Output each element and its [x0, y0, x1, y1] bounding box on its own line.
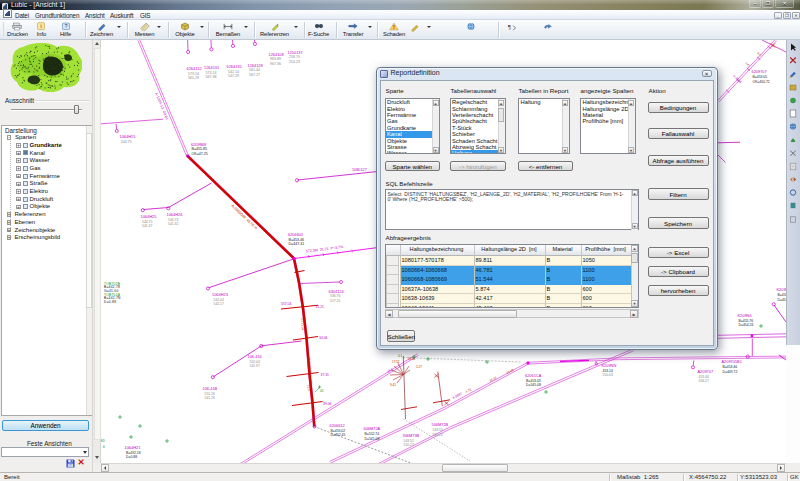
- svg-text:OK=450.72: OK=450.72: [753, 80, 770, 84]
- svg-text:OK=47.25: OK=47.25: [192, 152, 208, 156]
- svg-text:1064H23: 1064H23: [212, 292, 228, 297]
- svg-text:258.70: 258.70: [289, 55, 300, 59]
- svg-text:541.26: 541.26: [205, 396, 215, 400]
- svg-text:?: ?: [64, 23, 67, 29]
- svg-text:.6: .6: [102, 445, 105, 449]
- svg-text:106-41B: 106-41B: [203, 386, 218, 391]
- svg-text:D=452.45: D=452.45: [331, 433, 346, 437]
- svg-text:4.1: 4.1: [398, 354, 403, 358]
- svg-text:SD: SD: [101, 439, 106, 443]
- svg-text:542.14: 542.14: [228, 70, 239, 74]
- svg-text:1264128: 1264128: [248, 63, 263, 68]
- svg-text:541.37: 541.37: [142, 224, 152, 228]
- svg-text:565.29: 565.29: [188, 76, 199, 80]
- svg-text:D=541.08: D=541.08: [365, 437, 380, 441]
- svg-text:31.21: 31.21: [316, 305, 325, 309]
- svg-text:106-416: 106-416: [248, 354, 262, 359]
- svg-text:B=453.02: B=453.02: [331, 429, 346, 433]
- svg-text:K2096: K2096: [777, 287, 787, 292]
- svg-text:1064H15: 1064H15: [120, 134, 136, 139]
- svg-text:453.46: 453.46: [699, 375, 709, 379]
- svg-text:541.97: 541.97: [250, 364, 260, 368]
- svg-text:!: !: [393, 24, 395, 30]
- svg-text:B=453.05: B=453.05: [753, 75, 768, 79]
- svg-text:517.15: 517.15: [330, 299, 340, 303]
- svg-text:B=453.43: B=453.43: [526, 379, 541, 383]
- svg-text:536.76: 536.76: [330, 294, 340, 298]
- svg-text:542.17: 542.17: [214, 302, 224, 306]
- svg-text:45: 45: [320, 389, 324, 393]
- svg-text:967.36: 967.36: [270, 62, 281, 66]
- svg-text:37.31: 37.31: [321, 373, 330, 377]
- svg-text:B=453.46: B=453.46: [723, 365, 738, 369]
- svg-text:1250137: 1250137: [288, 50, 303, 55]
- svg-text:541.32: 541.32: [168, 222, 178, 226]
- svg-text:6206612: 6206612: [330, 423, 345, 428]
- svg-text:5.27: 5.27: [416, 365, 422, 369]
- svg-text:456.27: 456.27: [699, 379, 709, 383]
- svg-text:306M73B: 306M73B: [403, 433, 420, 438]
- svg-text:B=455.76: B=455.76: [739, 319, 754, 323]
- svg-text:B=552.74: B=552.74: [365, 432, 380, 436]
- svg-text:62061CA: 62061CA: [525, 373, 542, 378]
- svg-text:1264108: 1264108: [269, 52, 284, 57]
- svg-text:A209705B1: A209705B1: [722, 359, 742, 364]
- svg-text:542.04: 542.04: [214, 298, 224, 302]
- svg-text:11.04: 11.04: [408, 357, 416, 361]
- svg-text:K209NN: K209NN: [602, 363, 617, 368]
- svg-text:D=449.72: D=449.72: [723, 370, 738, 374]
- svg-text:K209N6: K209N6: [738, 313, 752, 318]
- svg-text:B=453.46: B=453.46: [289, 238, 305, 242]
- svg-text:6264135: 6264135: [227, 64, 242, 69]
- svg-text:D=0.88: D=0.88: [104, 300, 116, 304]
- svg-text:543.55: 543.55: [433, 428, 443, 432]
- svg-text:550.27: 550.27: [404, 443, 414, 447]
- svg-text:D=452.45: D=452.45: [778, 298, 787, 302]
- svg-text:544.73: 544.73: [168, 218, 178, 222]
- svg-text:34.06: 34.06: [319, 336, 328, 340]
- svg-text:D=0.88: D=0.88: [126, 455, 137, 459]
- svg-text:¶: ¶: [508, 23, 512, 30]
- svg-text:6264132: 6264132: [187, 66, 202, 71]
- svg-text:506M72B: 506M72B: [432, 422, 449, 427]
- svg-text:573.54: 573.54: [188, 72, 199, 76]
- svg-text:17.52: 17.52: [392, 360, 400, 364]
- svg-text:547.29: 547.29: [228, 74, 239, 78]
- svg-text:6209868: 6209868: [191, 142, 206, 147]
- svg-text:12.8: 12.8: [307, 385, 311, 391]
- svg-text:1064H25: 1064H25: [141, 214, 157, 219]
- svg-text:B=492.18: B=492.18: [126, 451, 141, 455]
- svg-text:D=447.41: D=447.41: [289, 242, 305, 246]
- svg-text:557.04: 557.04: [281, 302, 291, 306]
- svg-text:561.44: 561.44: [249, 68, 260, 72]
- svg-text:D=545.08: D=545.08: [526, 383, 541, 387]
- svg-text:551.26: 551.26: [205, 392, 215, 396]
- svg-text:B=455.85: B=455.85: [192, 147, 208, 151]
- svg-text:544.75: 544.75: [142, 220, 152, 224]
- svg-text:567.38: 567.38: [206, 75, 217, 79]
- svg-text:D=454.26: D=454.26: [739, 323, 754, 327]
- svg-text:6206602: 6206602: [288, 232, 303, 237]
- svg-text:552.04: 552.04: [250, 360, 260, 364]
- svg-text:544.79: 544.79: [121, 140, 131, 144]
- svg-text:550.22: 550.22: [433, 433, 443, 437]
- svg-text:A209707: A209707: [698, 369, 714, 374]
- svg-text:453.14: 453.14: [603, 369, 613, 373]
- svg-text:567.27: 567.27: [249, 73, 260, 77]
- svg-text:963.89: 963.89: [270, 57, 281, 61]
- svg-text:606M72A: 606M72A: [364, 426, 381, 431]
- svg-text:39.06: 39.06: [323, 402, 332, 406]
- svg-text:1080127: 1080127: [352, 168, 367, 172]
- svg-text:550.03: 550.03: [603, 373, 613, 377]
- svg-text:543.52: 543.52: [404, 439, 414, 443]
- svg-text:1064H26: 1064H26: [167, 212, 183, 217]
- svg-text:1064H21: 1064H21: [125, 445, 141, 450]
- svg-text:9.41: 9.41: [390, 383, 396, 387]
- svg-text:6209707: 6209707: [752, 69, 767, 74]
- svg-text:B=455.26: B=455.26: [778, 293, 787, 297]
- svg-text:254.23: 254.23: [289, 60, 300, 64]
- svg-text:6304124: 6304124: [329, 289, 345, 294]
- svg-text:573.14: 573.14: [206, 71, 217, 75]
- svg-text:1264131: 1264131: [204, 65, 219, 70]
